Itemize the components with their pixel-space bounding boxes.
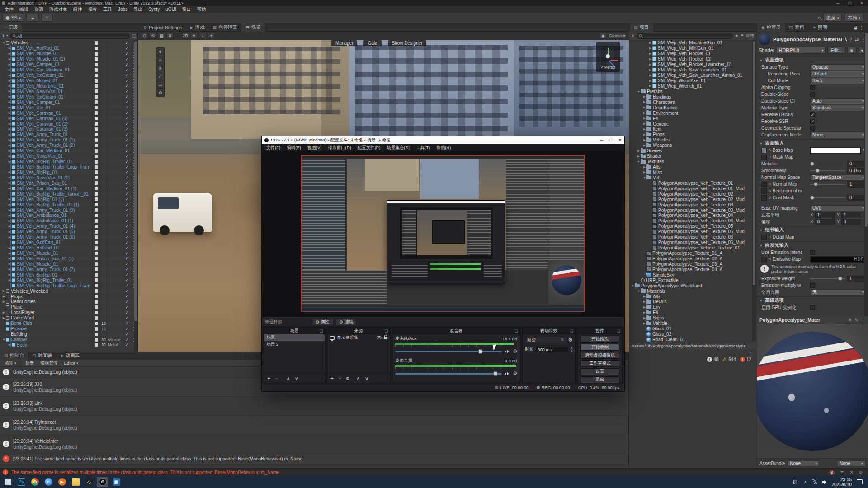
layout-dropdown[interactable]: 布局▾: [844, 14, 863, 22]
obs-maximize-icon[interactable]: □: [609, 138, 612, 142]
hierarchy-scrollbar[interactable]: [134, 40, 137, 352]
obs-control-0[interactable]: 开始推流: [580, 336, 619, 343]
project-row[interactable]: Glass_01: [629, 326, 756, 332]
dropdown[interactable]: Standard: [810, 105, 866, 111]
source-up-button[interactable]: ∧: [356, 375, 360, 382]
console-message[interactable]: ![23:26:41] The same field name is seria…: [0, 454, 628, 465]
layers-dropdown[interactable]: 图层▾: [823, 14, 842, 22]
taskbar-explorer-icon[interactable]: [70, 477, 81, 487]
obs-control-3[interactable]: 工作室模式: [580, 360, 619, 367]
ime-indicator[interactable]: 拼: [791, 478, 799, 486]
hierarchy-row[interactable]: ▶GameWord✓: [0, 315, 137, 321]
duration-spinner[interactable]: ∧∨: [570, 347, 573, 352]
hierarchy-row[interactable]: Bone Club12✓❯: [0, 321, 137, 326]
insp-tab-2[interactable]: ☀照明: [808, 23, 831, 32]
menu-item[interactable]: 服务: [85, 6, 100, 13]
project-row[interactable]: ▶Scenes: [629, 148, 756, 154]
project-row[interactable]: ▶Environment: [629, 110, 756, 116]
obs-menu-item[interactable]: 编辑(E): [284, 145, 304, 151]
editor-dropdown[interactable]: Editor ▾: [61, 361, 81, 366]
x-field[interactable]: 0: [815, 219, 835, 225]
scene-down-button[interactable]: ∨: [295, 375, 299, 382]
taskbar-chrome-icon[interactable]: [29, 477, 41, 487]
hierarchy-row[interactable]: ▶SM_Veh_Moped_01✓❯: [0, 78, 137, 84]
project-row[interactable]: Glass_02: [629, 332, 756, 337]
hierarchy-row[interactable]: ▶SM_Veh_Ambulance_01✓❯: [0, 213, 137, 218]
obs-menu-item[interactable]: 场景集合(S): [384, 145, 412, 151]
speaker-icon[interactable]: [505, 349, 509, 354]
mute-icon[interactable]: 🔇: [829, 470, 835, 475]
project-row[interactable]: PolygonApocalypse_Texture_01_A: [629, 251, 756, 256]
hierarchy-row[interactable]: ▼Camper30Vehicle✓❯: [0, 337, 137, 343]
hierarchy-row[interactable]: ▶SM_Veh_Army_Truck_01 (1)✓❯: [0, 137, 137, 143]
obs-control-1[interactable]: 开始录制: [580, 344, 619, 351]
project-row[interactable]: PolygonApocalypse_Veh_Texture_01: [629, 180, 756, 186]
slider-value[interactable]: 1: [847, 181, 866, 188]
project-row[interactable]: ▶SM_Wep_Veh_Rocket_Launcher_01: [629, 62, 756, 67]
rect-tool[interactable]: ▭: [156, 80, 164, 89]
project-row[interactable]: ▶Misc: [629, 170, 756, 175]
taskbar-start-icon[interactable]: [2, 477, 14, 487]
hierarchy-row[interactable]: ▶SM_Veh_Army_Truck_01 (7)✓❯: [0, 267, 137, 272]
slider[interactable]: [810, 197, 845, 198]
color-swatch[interactable]: [810, 147, 861, 154]
warning-count-badge[interactable]: ⚠644: [722, 357, 736, 362]
project-row[interactable]: ▶FX: [629, 310, 756, 315]
texture-slot[interactable]: [761, 235, 767, 240]
hierarchy-row[interactable]: ▶SM_Veh_Prison_Bus_01✓❯: [0, 180, 137, 186]
obs-menu-item[interactable]: 视图(V): [305, 145, 325, 151]
dropdown[interactable]: UV0: [810, 205, 866, 211]
texture-slot[interactable]: [761, 182, 767, 187]
pivot-icon[interactable]: ⊙: [141, 33, 148, 39]
add-source-button[interactable]: +: [330, 375, 334, 382]
dropdown[interactable]: Auto: [810, 98, 866, 104]
hierarchy-row[interactable]: ▶SM_Veh_Car_Medium_01✓❯: [0, 148, 137, 154]
panel-pin-icon[interactable]: ❏: [570, 329, 573, 333]
hierarchy-row[interactable]: ▶SM_Veh_Army_Truck_01 (4)✓❯: [0, 224, 137, 229]
scale-tool[interactable]: ⤢: [156, 72, 164, 80]
tab-project[interactable]: ▤项目: [630, 23, 653, 32]
tab-1[interactable]: ▶游戏: [186, 23, 209, 32]
transition-select[interactable]: 渐变⇅: [525, 337, 566, 343]
project-row[interactable]: ▼Veh: [629, 175, 756, 180]
hierarchy-row[interactable]: ▶SM_Veh_Ambulance_01 (1)✓❯: [0, 218, 137, 224]
slider[interactable]: [810, 170, 845, 171]
taskbar-editor-icon[interactable]: ▣: [110, 477, 122, 487]
assetbundle-dropdown[interactable]: None: [788, 460, 819, 467]
texture-slot[interactable]: [761, 195, 767, 201]
menu-item[interactable]: 帮助: [194, 6, 208, 13]
hierarchy-row[interactable]: ▶SM_Veh_Muscle_01✓❯: [0, 261, 137, 267]
taskbar-photoshop-icon[interactable]: Ps: [15, 477, 27, 487]
hierarchy-row[interactable]: ▶SM_Veh_HotRod_01✓❯: [0, 46, 137, 51]
favorites-icon[interactable]: ★: [735, 33, 738, 38]
project-row[interactable]: ▼Textures: [629, 159, 756, 164]
obs-menu-item[interactable]: 帮助(H): [434, 145, 453, 151]
global-icon[interactable]: ⟲: [149, 33, 156, 39]
hierarchy-row[interactable]: ▶SM_Veh_Camper_01✓❯: [0, 62, 137, 67]
audio-toggle[interactable]: ♪: [199, 33, 206, 39]
layers-status-icon[interactable]: ≣: [840, 470, 844, 475]
gizmos-dropdown[interactable]: Gizmos ▾: [608, 33, 626, 39]
volume-slider[interactable]: [395, 351, 502, 352]
hierarchy-row[interactable]: ▶SM_Veh_BigRig_01✓❯: [0, 170, 137, 175]
menu-item[interactable]: 资源: [32, 6, 46, 13]
visibility-icon[interactable]: [377, 336, 382, 339]
project-row[interactable]: PolygonApocalypse_Veh_Texture_06_Mud: [629, 240, 756, 245]
shader-dropdown[interactable]: HDRP/Lit: [776, 47, 826, 54]
obs-menu-item[interactable]: 停靠窗口(D): [325, 145, 354, 151]
rotate-tool[interactable]: ⟳: [156, 64, 164, 72]
persp-label[interactable]: < Persp: [590, 65, 626, 70]
taskbar-unity-icon[interactable]: ◇: [83, 477, 95, 487]
hierarchy-search-input[interactable]: All: [10, 33, 130, 39]
dropdown[interactable]: Default: [810, 71, 866, 77]
material-preview[interactable]: [757, 324, 868, 458]
hierarchy-row[interactable]: ▶SM_Veh_Caravan_01 (3)✓❯: [0, 127, 137, 132]
cloud-button[interactable]: ☁: [26, 14, 39, 22]
inspector-section[interactable]: 细节输入: [757, 226, 868, 234]
project-row[interactable]: ▼Prefabs: [629, 89, 756, 94]
slider[interactable]: [810, 164, 845, 164]
menu-item[interactable]: uGUI: [163, 6, 179, 12]
project-row[interactable]: ▶DeadBodies: [629, 105, 756, 110]
hierarchy-row[interactable]: ▶SM_Veh_BigRig_01✓❯: [0, 272, 137, 277]
texture-slot[interactable]: [761, 257, 767, 262]
